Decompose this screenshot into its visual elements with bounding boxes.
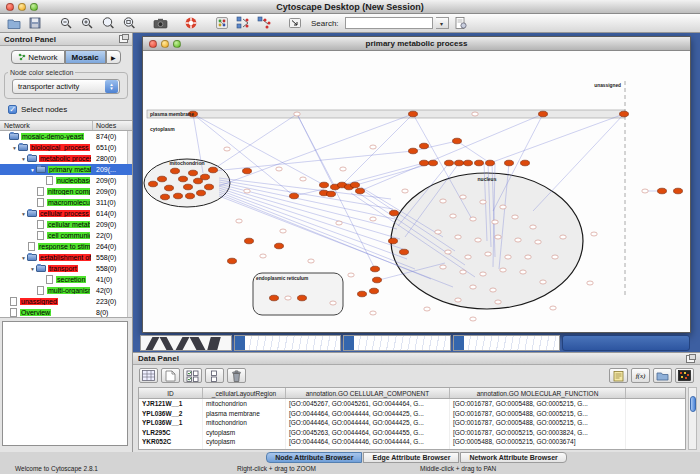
zoom-selected-icon[interactable] [120,15,138,31]
table-cell[interactable]: cytoplasm [203,428,286,438]
layout-network-icon[interactable] [234,15,252,31]
network-node[interactable] [370,217,376,221]
network-edge[interactable] [219,192,415,269]
table-cell[interactable]: YPL036W__1 [139,418,203,428]
network-node-selected[interactable] [275,243,284,249]
network-edge[interactable] [342,114,413,185]
select-nodes-checkbox[interactable]: ✓ [8,105,17,114]
table-row[interactable]: YPL036W__2plasma membrane[GO:0044464, GO… [139,409,685,419]
network-node[interactable] [512,215,518,219]
network-node[interactable] [520,270,526,274]
network-node[interactable] [642,189,648,193]
network-node-selected[interactable] [486,160,495,166]
expand-arrow-icon[interactable]: ▼ [20,156,27,162]
table-cell[interactable]: [GO:0016787, GO:0005488, GO:0005215, G..… [450,409,626,419]
network-node[interactable] [560,235,566,239]
network-node[interactable] [450,214,456,218]
network-node-selected[interactable] [429,160,438,166]
column-header[interactable]: annotation.GO CELLULAR_COMPONENT [286,388,450,398]
save-icon[interactable] [26,15,44,31]
network-node[interactable] [336,221,342,225]
network-node[interactable] [435,230,441,234]
network-node-selected[interactable] [358,291,367,297]
search-dropdown-icon[interactable]: ▾ [436,17,449,29]
minimized-window-thumbnail[interactable] [453,335,560,351]
network-node[interactable] [587,281,593,285]
minimize-window-icon[interactable] [18,3,26,11]
table-cell[interactable]: [GO:0016787, GO:0005488, GO:0005215, G..… [450,399,626,409]
delete-attribute-icon[interactable] [227,368,246,383]
network-node[interactable] [475,238,481,242]
network-node-selected[interactable] [505,160,514,166]
network-node[interactable] [455,235,461,239]
tab-node-attribute-browser[interactable]: Node Attribute Browser [266,452,362,463]
layout-selected-icon[interactable] [255,15,273,31]
network-node[interactable] [440,199,446,203]
table-row[interactable]: YLR295Ccytoplasm[GO:0045263, GO:0044464,… [139,428,685,438]
table-cell[interactable]: [GO:0005488, GO:0005215, GO:0003674] [450,437,626,447]
expand-arrow-icon[interactable]: ▼ [11,145,18,151]
network-node[interactable] [348,273,354,277]
network-node-selected[interactable] [539,111,548,117]
search-input[interactable] [345,17,433,29]
tree-row[interactable]: ▼primary metabol209(... [0,164,132,175]
unselect-attributes-icon[interactable] [205,368,224,383]
tree-col-divider[interactable] [92,121,93,130]
network-node-selected[interactable] [290,193,299,199]
network-node-selected[interactable] [209,167,218,173]
network-node-selected[interactable] [674,188,683,194]
network-node-selected[interactable] [298,295,307,301]
table-cell[interactable]: [GO:0045263, GO:0044464, GO:0044455, G..… [286,428,450,438]
attribute-matrix-icon[interactable] [139,368,158,383]
tree-row[interactable]: nitrogen compo209(0) [0,186,132,197]
network-node[interactable] [294,112,300,116]
table-row[interactable]: YKR052Ccytoplasm[GO:0044464, GO:0044446,… [139,437,685,447]
table-cell[interactable]: YKR052C [139,437,203,447]
network-node-selected[interactable] [420,160,429,166]
network-node[interactable] [455,298,461,302]
tree-row[interactable]: nucleobase-209(0) [0,175,132,186]
network-node[interactable] [492,220,498,224]
network-node-selected[interactable] [453,138,462,144]
tree-row[interactable]: multi-organism pro42(0) [0,285,132,296]
network-node-selected[interactable] [186,193,195,199]
tree-col-network[interactable]: Network [4,122,30,129]
tab-network[interactable]: Network [11,50,64,64]
network-edge[interactable] [213,151,413,171]
zoom-fit-icon[interactable] [99,15,117,31]
tree-row[interactable]: unassigned223(0) [0,296,132,307]
network-node[interactable] [460,195,466,199]
network-view-window[interactable]: primary metabolic process plasma membran… [142,36,691,333]
network-node[interactable] [515,238,521,242]
network-node[interactable] [480,200,486,204]
network-node[interactable] [470,217,476,221]
network-node[interactable] [465,255,471,259]
network-node-selected[interactable] [521,160,530,166]
network-node[interactable] [308,259,314,263]
network-node[interactable] [470,285,476,289]
column-header[interactable]: annotation.GO MOLECULAR_FUNCTION [450,388,626,398]
select-attributes-icon[interactable] [183,368,202,383]
zoom-out-icon[interactable] [57,15,75,31]
table-cell[interactable]: YDR039C__1 [139,447,203,451]
network-node-selected[interactable] [201,174,210,180]
tree-row[interactable]: ▼metabolic process280(0) [0,153,132,164]
tree-row[interactable]: ▼biological_process651(0) [0,142,132,153]
tree-row[interactable]: response to stimul264(0) [0,241,132,252]
network-edge[interactable] [490,114,624,163]
table-cell[interactable]: [GO:0044464, GO:0044446, GO:0044444, G..… [286,437,450,447]
network-node[interactable] [460,270,466,274]
network-node[interactable] [236,219,242,223]
network-window-titlebar[interactable]: primary metabolic process [143,37,690,51]
network-node-selected[interactable] [205,184,214,190]
network-node[interactable] [300,177,306,181]
network-node[interactable] [440,265,446,269]
network-node-selected[interactable] [351,182,360,188]
help-lifering-icon[interactable] [182,15,200,31]
network-node[interactable] [535,240,541,244]
table-cell[interactable]: cytoplasm [203,437,286,447]
network-node[interactable] [500,205,506,209]
close-window-icon[interactable] [6,3,14,11]
data-panel-scrollbar[interactable] [688,387,697,450]
tree-row[interactable]: cell communicat22(0) [0,230,132,241]
